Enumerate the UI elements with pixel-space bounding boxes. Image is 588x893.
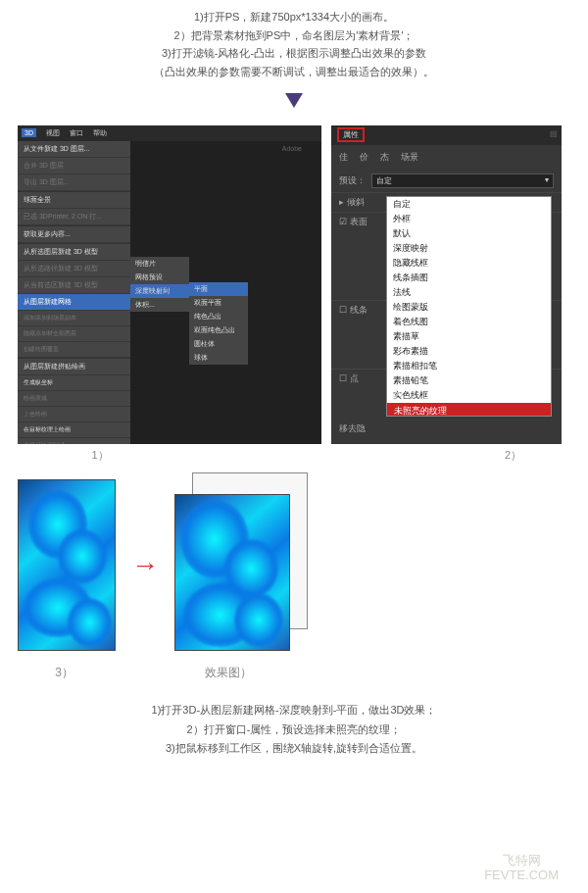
menubar-view[interactable]: 视图 bbox=[46, 128, 60, 138]
menu-item[interactable]: 从所选图层新建 3D 模型 bbox=[18, 244, 130, 261]
menu-item: 从当前选区新建 3D 模型 bbox=[18, 277, 130, 294]
menu-item-new-mesh[interactable]: 从图层新建网格 bbox=[18, 294, 130, 311]
prop-tab[interactable]: 属性 bbox=[337, 127, 365, 142]
menu-item: 已选 3DPrinter, 2 ON 打... bbox=[18, 209, 130, 225]
dropdown-item[interactable]: 默认 bbox=[387, 226, 551, 241]
prop-preset-select[interactable]: 自定 ▾ bbox=[371, 174, 554, 188]
instructions-top: 1)打开PS，新建750px*1334大小的画布。 2）把背景素材拖到PS中，命… bbox=[0, 0, 588, 85]
watermark: 飞特网 FEVTE.COM bbox=[484, 853, 559, 883]
dropdown-item[interactable]: 着色线图 bbox=[387, 315, 551, 329]
submenu2-plane[interactable]: 平面 bbox=[189, 282, 248, 296]
menu-item: 选择可绘画区域 bbox=[18, 438, 130, 444]
menu-item[interactable]: 在目标纹理上绘画 bbox=[18, 422, 130, 438]
label-result: 效果图） bbox=[140, 665, 317, 681]
submenu2-item[interactable]: 双面平面 bbox=[189, 296, 248, 310]
dropdown-item[interactable]: 法线 bbox=[387, 285, 551, 300]
dropdown-item[interactable]: 实色线框 bbox=[387, 388, 551, 403]
menu-item[interactable]: 球面全景 bbox=[18, 192, 130, 209]
result-3d-image bbox=[174, 472, 312, 659]
dropdown-item[interactable]: 外框 bbox=[387, 212, 551, 226]
ps-menubar: 3D 视图 窗口 帮助 bbox=[18, 125, 321, 141]
menu-item: 导出 3D 图层... bbox=[18, 174, 130, 191]
ps-dropdown-menu: 从文件新建 3D 图层... 合并 3D 图层 导出 3D 图层... 球面全景… bbox=[18, 141, 130, 444]
source-image bbox=[18, 479, 116, 651]
menu-item[interactable]: 从文件新建 3D 图层... bbox=[18, 141, 130, 158]
menu-item: 绘画衰减 bbox=[18, 391, 130, 407]
label-3: 3） bbox=[18, 665, 111, 681]
dropdown-item[interactable]: 素描相扣笔 bbox=[387, 359, 551, 373]
dropdown-item[interactable]: 自定 bbox=[387, 197, 551, 212]
screenshot-row-2: → bbox=[0, 465, 588, 659]
ps-submenu: 明信片 网格预设 深度映射到 体积... bbox=[130, 257, 189, 312]
ps-submenu-2: 平面 双面平面 纯色凸出 双面纯色凸出 圆柱体 球体 bbox=[189, 282, 248, 365]
dropdown-item[interactable]: 线条插图 bbox=[387, 271, 551, 285]
dropdown-item[interactable]: 隐藏线框 bbox=[387, 256, 551, 271]
menubar-help[interactable]: 帮助 bbox=[93, 128, 107, 138]
prop-dropdown-list: 自定 外框 默认 深度映射 隐藏线框 线条插图 法线 绘图蒙版 着色线图 素描草… bbox=[386, 196, 552, 417]
adobe-label: Adobe bbox=[282, 145, 302, 152]
menu-item: 添加添加到场景副本 bbox=[18, 311, 130, 326]
submenu2-item[interactable]: 纯色凸出 bbox=[189, 310, 248, 323]
submenu2-item[interactable]: 球体 bbox=[189, 351, 248, 365]
dropdown-item[interactable]: 素描铅笔 bbox=[387, 373, 551, 388]
properties-panel-screenshot: 属性 ▤ 佳 价 杰 场景 预设： 自定 ▾ ▸ 倾斜 ☑ 表面 ☐ 线条 ☐ … bbox=[331, 125, 562, 444]
dropdown-item-unlit-texture[interactable]: 未照亮的纹理 bbox=[387, 403, 551, 417]
menu-item: 隐藏添加材全部图层 bbox=[18, 326, 130, 342]
prop-icon[interactable]: 价 bbox=[360, 151, 368, 164]
instr-line: （凸出效果的参数需要不断调试，调整出最适合的效果）。 bbox=[0, 63, 588, 81]
instr-line: 3)打开滤镜-风格化-凸出，根据图示调整凸出效果的参数 bbox=[0, 44, 588, 63]
menu-item: 创建绘图覆盖 bbox=[18, 342, 130, 358]
close-icon[interactable]: ▤ bbox=[550, 129, 558, 138]
instructions-bottom: 1)打开3D-从图层新建网格-深度映射到-平面，做出3D效果； 2）打开窗口-属… bbox=[0, 681, 588, 759]
triangle-down-icon bbox=[285, 93, 303, 108]
prop-icon-row: 佳 价 杰 场景 bbox=[331, 145, 562, 170]
submenu-item[interactable]: 网格预设 bbox=[130, 271, 189, 284]
prop-icon[interactable]: 佳 bbox=[339, 151, 348, 164]
prop-icon[interactable]: 场景 bbox=[401, 151, 418, 164]
divider-triangle bbox=[0, 85, 588, 125]
instr-line: 2）打开窗口-属性，预设选择未照亮的纹理； bbox=[0, 720, 588, 740]
label-row-2: 3） 效果图） bbox=[0, 659, 588, 681]
dropdown-item[interactable]: 深度映射 bbox=[387, 241, 551, 256]
menu-item[interactable]: 从图层新建拼贴绘画 bbox=[18, 359, 130, 375]
menu-item[interactable]: 获取更多内容... bbox=[18, 226, 130, 243]
prop-preset-row: 预设： 自定 ▾ bbox=[331, 170, 562, 192]
menu-item: 从所选路径新建 3D 模型 bbox=[18, 261, 130, 277]
watermark-cn: 飞特网 bbox=[484, 853, 559, 868]
instr-line: 3)把鼠标移到工作区，围绕X轴旋转,旋转到合适位置。 bbox=[0, 739, 588, 759]
prop-icon[interactable]: 杰 bbox=[380, 151, 389, 164]
submenu-item[interactable]: 明信片 bbox=[130, 257, 189, 271]
menubar-window[interactable]: 窗口 bbox=[70, 128, 83, 138]
menubar-3d[interactable]: 3D bbox=[22, 128, 36, 137]
instr-line: 1)打开3D-从图层新建网格-深度映射到-平面，做出3D效果； bbox=[0, 701, 588, 720]
prop-preset-value: 自定 bbox=[376, 175, 392, 186]
label-2: 2） bbox=[182, 448, 570, 463]
ps-menu-screenshot: 3D 视图 窗口 帮助 Adobe 从文件新建 3D 图层... 合并 3D 图… bbox=[18, 125, 321, 444]
dropdown-item[interactable]: 彩布素描 bbox=[387, 344, 551, 359]
prop-titlebar: 属性 ▤ bbox=[331, 125, 562, 145]
label-1: 1） bbox=[18, 448, 182, 463]
instr-line: 2）把背景素材拖到PS中，命名图层为'素材背景'； bbox=[0, 26, 588, 45]
instr-line: 1)打开PS，新建750px*1334大小的画布。 bbox=[0, 8, 588, 26]
label-row-1: 1） 2） bbox=[0, 444, 588, 465]
menu-item[interactable]: 生成纵坐标 bbox=[18, 375, 130, 391]
dropdown-item[interactable]: 绘图蒙版 bbox=[387, 300, 551, 315]
submenu2-item[interactable]: 双面纯色凸出 bbox=[189, 323, 248, 337]
arrow-right-icon: → bbox=[127, 550, 163, 581]
menu-item: 合并 3D 图层 bbox=[18, 158, 130, 174]
menu-item: 上色绘画 bbox=[18, 407, 130, 422]
submenu-depth-map[interactable]: 深度映射到 bbox=[130, 284, 189, 298]
dropdown-item[interactable]: 素描草 bbox=[387, 329, 551, 344]
submenu-item[interactable]: 体积... bbox=[130, 298, 189, 312]
screenshot-row-1: 3D 视图 窗口 帮助 Adobe 从文件新建 3D 图层... 合并 3D 图… bbox=[0, 125, 588, 444]
submenu2-item[interactable]: 圆柱体 bbox=[189, 337, 248, 351]
chevron-down-icon: ▾ bbox=[545, 175, 549, 186]
watermark-en: FEVTE.COM bbox=[484, 868, 559, 883]
prop-preset-label: 预设： bbox=[339, 174, 366, 187]
prop-section: 移去隐 bbox=[331, 422, 562, 435]
